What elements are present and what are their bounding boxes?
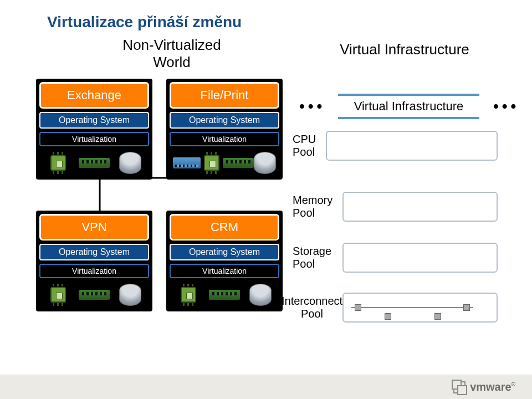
network-icon [173, 157, 201, 168]
stack-exchange: Exchange Operating System Virtualization [36, 79, 152, 180]
cpu-icon [177, 284, 200, 306]
virtual-infrastructure-header: Virtual Infrastructure [338, 94, 479, 119]
subtitle-right: Virtual Infrastructure [321, 41, 488, 58]
ram-icon [223, 158, 254, 168]
cpu-icon [201, 152, 223, 174]
pool-label-cpu: CPUPool [293, 133, 316, 158]
app-label: CRM [170, 214, 279, 241]
cpu-icon [47, 284, 69, 306]
virt-label: Virtualization [170, 132, 279, 146]
hardware-row [170, 282, 279, 309]
pool-label-interconnect: InterconnectPool [282, 295, 342, 320]
pool-box-interconnect [342, 293, 498, 323]
pool-box-storage [342, 243, 498, 273]
hardware-row [170, 150, 279, 177]
disk-icon [119, 152, 141, 174]
app-label: VPN [39, 214, 149, 241]
diagram-title: Virtualizace přináší změnu [47, 13, 242, 31]
pool-box-cpu [326, 131, 498, 161]
ram-icon [79, 290, 110, 300]
virt-label: Virtualization [170, 264, 279, 278]
stack-fileprint: File/Print Operating System Virtualizati… [166, 79, 283, 180]
os-label: Operating System [170, 244, 279, 260]
app-label: File/Print [170, 82, 279, 109]
virt-label: Virtualization [39, 132, 149, 146]
pool-label-memory: MemoryPool [293, 194, 332, 219]
hardware-row [39, 282, 149, 309]
ellipsis-icon: ••• [299, 98, 325, 115]
subtitle-left: Non-VirtualizedWorld [100, 37, 244, 71]
ram-icon [209, 290, 240, 300]
disk-icon [254, 152, 276, 174]
pool-label-storage: StoragePool [293, 245, 331, 270]
ram-icon [79, 158, 110, 168]
os-label: Operating System [39, 112, 149, 129]
ellipsis-icon: ••• [493, 98, 519, 115]
os-label: Operating System [170, 112, 279, 129]
vmware-logo-text: vmware® [470, 381, 515, 393]
stack-vpn: VPN Operating System Virtualization [36, 211, 152, 311]
app-label: Exchange [39, 82, 149, 109]
os-label: Operating System [39, 244, 149, 260]
disk-icon [119, 284, 141, 306]
vmware-logo-icon [453, 381, 466, 393]
footer-bar: vmware® [0, 375, 532, 399]
pool-box-memory [342, 192, 498, 222]
cpu-icon [47, 152, 69, 174]
virt-label: Virtualization [39, 264, 149, 278]
interconnect-icon [351, 304, 473, 311]
hardware-row [39, 150, 149, 177]
stack-crm: CRM Operating System Virtualization [166, 211, 283, 311]
vmware-logo: vmware® [453, 381, 515, 393]
disk-icon [249, 284, 272, 306]
